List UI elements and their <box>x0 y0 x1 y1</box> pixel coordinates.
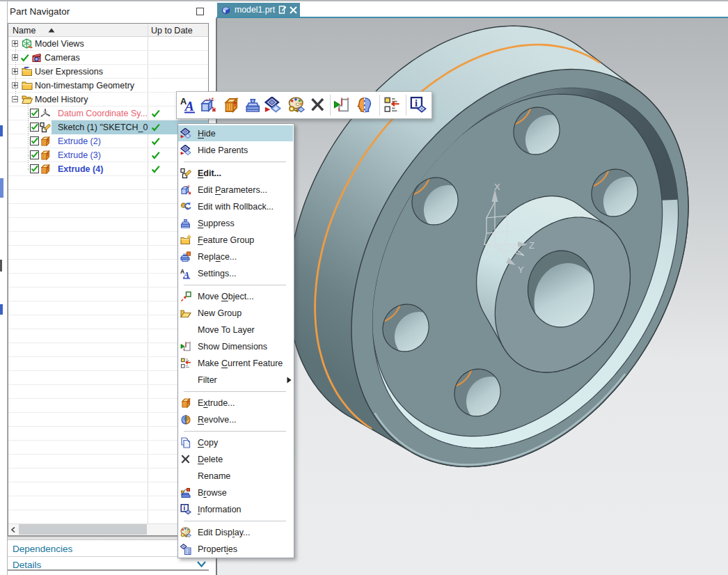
svg-text:i: i <box>415 97 418 109</box>
svg-text:Y: Y <box>518 265 524 275</box>
svg-text:X: X <box>494 182 500 192</box>
svg-text:A: A <box>184 99 194 113</box>
svg-text:A: A <box>183 269 190 279</box>
svg-text:i: i <box>184 505 186 512</box>
svg-text:Z: Z <box>529 240 535 251</box>
